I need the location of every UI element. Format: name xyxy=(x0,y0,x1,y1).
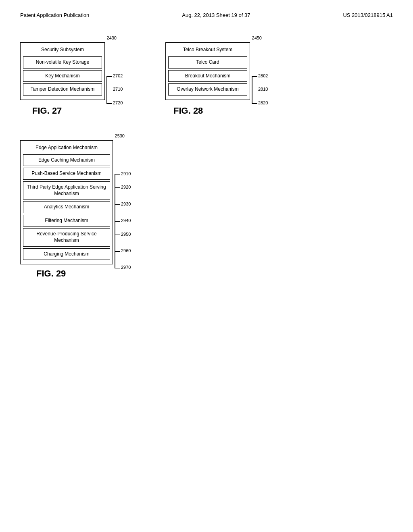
fig29-items-item-3: Analytics Mechanism xyxy=(23,201,110,213)
fig27-items-item-2: Tamper Detection Mechanism xyxy=(23,83,102,96)
fig29-brackets-num-6: 2970 xyxy=(121,265,131,270)
fig28-outer-title: Telco Breakout System xyxy=(168,45,247,55)
fig28-brackets-hline-1 xyxy=(252,90,257,91)
fig28-label: FIG. 28 xyxy=(165,106,278,116)
fig29-top-number: 2530 xyxy=(115,133,125,138)
fig28-items-item-0: Telco Card xyxy=(168,56,247,69)
fig29-brackets-hline-1 xyxy=(115,187,120,188)
top-diagrams-row: 2430 Security Subsystem Non-volatile Key… xyxy=(20,42,393,116)
fig29-outer-title: Edge Application Mechanism xyxy=(23,143,110,153)
fig27-top-number: 2430 xyxy=(107,35,117,40)
fig28-top-number: 2450 xyxy=(252,35,262,40)
fig28-items-item-2: Overlay Network Mechanism xyxy=(168,83,247,96)
page: Patent Application Publication Aug. 22, … xyxy=(0,0,413,532)
fig27-brackets-num-2: 2720 xyxy=(113,100,123,105)
fig29-items-item-2: Third Party Edge Application Serving Mec… xyxy=(23,181,110,200)
fig29-brackets-hline-3 xyxy=(115,221,120,222)
fig29-items: Edge Caching MechanismPush-Based Service… xyxy=(23,154,110,260)
fig27-brackets-hline-2 xyxy=(106,103,112,104)
fig28-brackets-num-1: 2810 xyxy=(258,87,268,91)
header-right: US 2013/0218915 A1 xyxy=(343,12,393,18)
fig27-items: Non-volatile Key StorageKey MechanismTam… xyxy=(23,56,102,96)
fig29-brackets-hline-0 xyxy=(115,174,120,175)
fig29-brackets-num-5: 2960 xyxy=(121,248,131,253)
fig27-label: FIG. 27 xyxy=(20,106,129,116)
fig29-brackets-hline-4 xyxy=(115,235,120,235)
fig29-brackets-hline-6 xyxy=(115,268,120,269)
fig29-brackets-num-1: 2920 xyxy=(121,185,131,189)
fig27-brackets-num-1: 2710 xyxy=(113,87,123,91)
header-left: Patent Application Publication xyxy=(20,12,89,18)
fig29-brackets-num-2: 2930 xyxy=(121,202,131,206)
fig29-items-item-0: Edge Caching Mechanism xyxy=(23,154,110,166)
fig27-outer-title: Security Subsystem xyxy=(23,45,102,55)
fig29-items-item-6: Charging Mechanism xyxy=(23,248,110,260)
fig28-brackets-num-0: 2802 xyxy=(258,73,268,78)
fig27-diagram: 2430 Security Subsystem Non-volatile Key… xyxy=(20,42,129,116)
fig29-items-item-4: Filtering Mechanism xyxy=(23,215,110,227)
fig29-brackets-hline-5 xyxy=(115,251,120,252)
fig28-brackets-hline-2 xyxy=(252,103,257,104)
fig29-items-item-1: Push-Based Service Mechanism xyxy=(23,168,110,180)
fig27-brackets-hline-1 xyxy=(106,90,112,91)
fig27-brackets-hline-0 xyxy=(106,76,112,77)
fig27-brackets-num-0: 2702 xyxy=(113,73,123,78)
fig27-items-item-1: Key Mechanism xyxy=(23,70,102,82)
page-header: Patent Application Publication Aug. 22, … xyxy=(20,12,393,18)
fig29-label: FIG. 29 xyxy=(20,268,173,279)
header-center: Aug. 22, 2013 Sheet 19 of 37 xyxy=(182,12,250,18)
fig29-brackets-num-4: 2950 xyxy=(121,232,131,237)
fig28-brackets-num-2: 2820 xyxy=(258,100,268,105)
fig28-items: Telco CardBreakout MechanismOverlay Netw… xyxy=(168,56,247,96)
fig29-brackets-hline-2 xyxy=(115,204,120,205)
fig28-items-item-1: Breakout Mechanism xyxy=(168,70,247,82)
fig27-items-item-0: Non-volatile Key Storage xyxy=(23,56,102,69)
fig29-diagram: 2530 Edge Application Mechanism Edge Cac… xyxy=(20,140,173,279)
fig29-brackets-num-0: 2910 xyxy=(121,171,131,176)
fig29-items-item-5: Revenue-Producing Service Mechanism xyxy=(23,228,110,246)
fig28-brackets-hline-0 xyxy=(252,76,257,77)
fig28-diagram: 2450 Telco Breakout System Telco CardBre… xyxy=(165,42,278,116)
fig29-brackets-num-3: 2940 xyxy=(121,218,131,223)
